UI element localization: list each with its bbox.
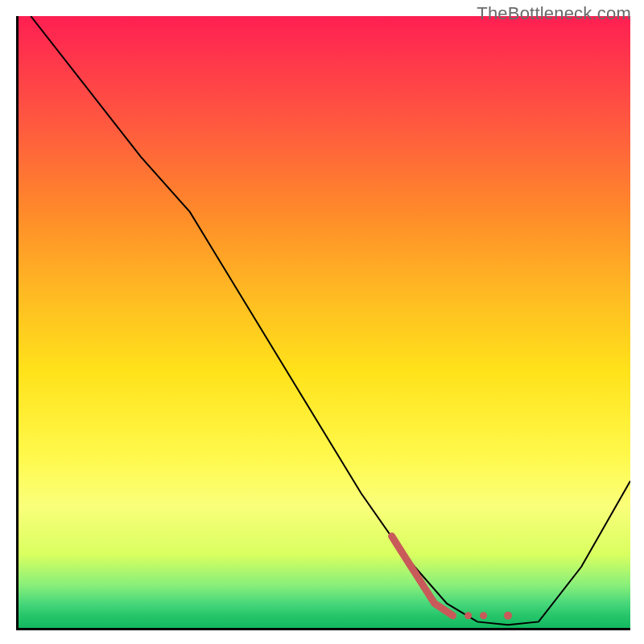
chart-svg (19, 16, 630, 628)
watermark-text: TheBottleneck.com (477, 3, 631, 24)
plot-area (16, 16, 630, 630)
chart-container: TheBottleneck.com (0, 0, 644, 644)
bottleneck-curve (31, 16, 630, 625)
highlight-dot (464, 612, 472, 619)
highlight-dot (504, 612, 512, 620)
highlight-dot (480, 612, 487, 619)
